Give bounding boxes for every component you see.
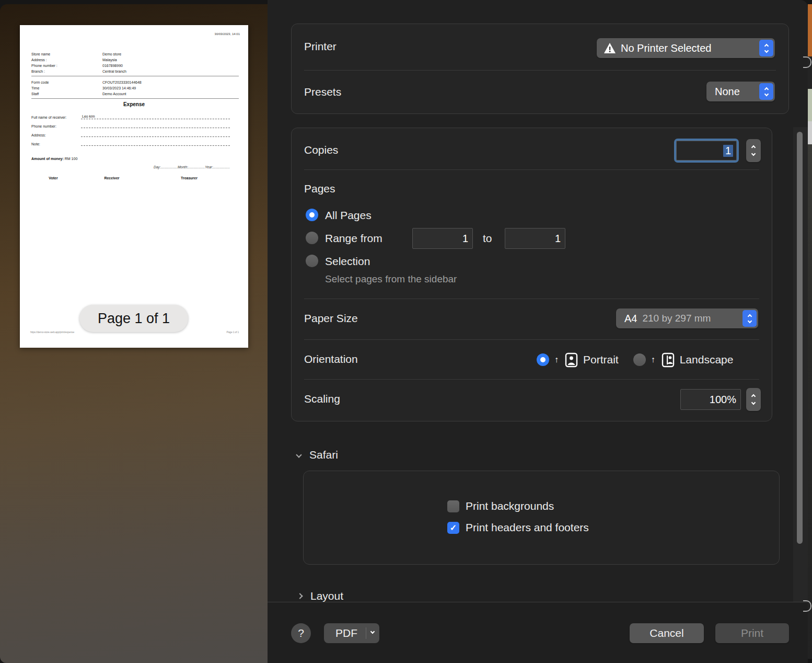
card-divider: [304, 70, 776, 71]
print-backgrounds-checkbox[interactable]: [447, 500, 459, 512]
preview-row: Phone number :0167898990: [31, 63, 239, 68]
preview-amount: Amount of money: RM 100: [31, 157, 77, 161]
range-radio[interactable]: [306, 232, 318, 244]
presets-dropdown-value: None: [715, 86, 740, 98]
scrollbar-thumb[interactable]: [797, 132, 803, 544]
paper-size-detail: 210 by 297 mm: [642, 313, 711, 324]
stepper-up-icon[interactable]: [751, 394, 756, 398]
preview-row: Form codeCFOUT2023330144648: [31, 79, 239, 85]
preview-field-line: Leo kim: [81, 114, 230, 119]
pdf-button-label: PDF: [335, 627, 357, 639]
landscape-label: Landscape: [680, 353, 734, 366]
preview-field-label: Address:: [31, 133, 46, 137]
page-count-pill: Page 1 of 1: [79, 305, 188, 332]
safari-options-card: Print backgrounds ✓ Print headers and fo…: [303, 471, 780, 565]
print-backgrounds-option[interactable]: Print backgrounds: [447, 500, 554, 512]
pdf-menu-button[interactable]: PDF: [324, 623, 379, 643]
print-headers-footers-option[interactable]: ✓ Print headers and footers: [447, 521, 589, 534]
chevron-up-down-icon: [759, 40, 773, 56]
preview-date-line: Day:..................Month:............…: [154, 165, 230, 169]
portrait-label: Portrait: [583, 353, 619, 366]
selection-hint: Select pages from the sidebar: [325, 273, 457, 285]
printer-dropdown[interactable]: No Printer Selected: [597, 38, 775, 58]
up-arrow-icon: ↑: [651, 355, 655, 364]
stepper-down-icon[interactable]: [751, 401, 756, 405]
preview-background: 30/03/2023, 14:01 Store nameDemo store A…: [0, 4, 268, 663]
range-to-label: to: [483, 232, 492, 245]
page-setup-card: Copies 1 Pages All Pages Range from 1 to…: [291, 128, 772, 421]
card-divider: [304, 379, 759, 380]
printer-presets-card: Printer No Printer Selected Presets None: [291, 24, 789, 114]
all-pages-radio[interactable]: [306, 209, 318, 221]
presets-dropdown[interactable]: None: [706, 82, 775, 101]
stepper-up-icon[interactable]: [751, 145, 756, 150]
landscape-icon: [662, 352, 675, 368]
preview-divider: [31, 76, 239, 76]
chevron-up-down-icon: [743, 310, 757, 327]
warning-icon: [604, 42, 616, 54]
card-divider: [304, 299, 759, 299]
paper-size-value: A4: [624, 313, 637, 325]
card-divider: [304, 169, 759, 170]
document-preview-page: 30/03/2023, 14:01 Store nameDemo store A…: [20, 25, 248, 348]
background-window-strip: [808, 89, 812, 121]
presets-label: Presets: [304, 86, 341, 98]
safari-section-title: Safari: [309, 449, 338, 461]
selection-radio[interactable]: [306, 255, 318, 267]
copies-input[interactable]: 1: [674, 139, 739, 163]
range-to-input[interactable]: 1: [505, 228, 565, 249]
preview-divider: [31, 98, 239, 99]
layout-section-title: Layout: [310, 590, 343, 602]
print-button[interactable]: Print: [715, 623, 789, 643]
preview-field-line: [81, 132, 230, 137]
selection-label: Selection: [325, 255, 370, 268]
print-headers-footers-label: Print headers and footers: [466, 521, 589, 534]
safari-section-header[interactable]: Safari: [297, 449, 338, 461]
print-dialog: 30/03/2023, 14:01 Store nameDemo store A…: [0, 0, 812, 663]
preview-signature: Voter: [49, 176, 57, 180]
orientation-options: ↑ Portrait ↑ Landscape: [537, 350, 733, 369]
cancel-button[interactable]: Cancel: [630, 623, 704, 643]
print-backgrounds-label: Print backgrounds: [466, 500, 554, 512]
preview-field-line: [81, 123, 230, 128]
chevron-right-icon: [297, 593, 303, 599]
preview-field-label: Phone number:: [31, 124, 56, 128]
copies-label: Copies: [304, 144, 338, 156]
orientation-label: Orientation: [304, 353, 358, 365]
preview-field-label: Full name of receiver:: [31, 116, 66, 119]
preview-header-date: 30/03/2023, 14:01: [215, 32, 240, 36]
preview-row: Address :Malaysia: [31, 57, 239, 63]
portrait-radio[interactable]: [537, 353, 549, 366]
printer-label: Printer: [304, 40, 337, 53]
preview-row: Branch :Central branch: [31, 68, 239, 74]
layout-section-header[interactable]: Layout: [298, 590, 343, 602]
scaling-stepper[interactable]: [746, 388, 761, 411]
all-pages-label: All Pages: [325, 209, 372, 222]
preview-doc-title: Expense: [20, 101, 248, 107]
dialog-action-bar: ? PDF Cancel Print: [268, 602, 808, 663]
preview-row: Time30/03/2023 14:46:49: [31, 85, 239, 91]
preview-signature: Receiver: [104, 176, 119, 180]
landscape-radio[interactable]: [633, 353, 646, 366]
background-window-strip: [808, 144, 812, 659]
button-separator: [366, 627, 366, 639]
printer-dropdown-value: No Printer Selected: [621, 42, 711, 54]
scaling-label: Scaling: [304, 393, 340, 405]
scaling-input[interactable]: 100%: [680, 389, 741, 410]
copies-stepper[interactable]: [746, 139, 761, 162]
chevron-down-icon: [370, 630, 375, 634]
up-arrow-icon: ↑: [554, 355, 559, 364]
print-headers-footers-checkbox[interactable]: ✓: [447, 522, 459, 534]
help-button[interactable]: ?: [291, 623, 311, 643]
preview-field-label: Note:: [31, 142, 40, 146]
range-from-input[interactable]: 1: [412, 228, 473, 249]
background-window-strip: [808, 121, 812, 144]
stepper-down-icon[interactable]: [751, 152, 756, 156]
paper-size-dropdown[interactable]: A4 210 by 297 mm: [616, 308, 758, 328]
pages-label: Pages: [304, 182, 335, 195]
preview-field-line: [81, 141, 230, 146]
preview-signature: Treasurer: [181, 176, 198, 180]
portrait-icon: [565, 352, 578, 368]
range-label: Range from: [325, 232, 382, 245]
card-divider: [304, 339, 759, 340]
